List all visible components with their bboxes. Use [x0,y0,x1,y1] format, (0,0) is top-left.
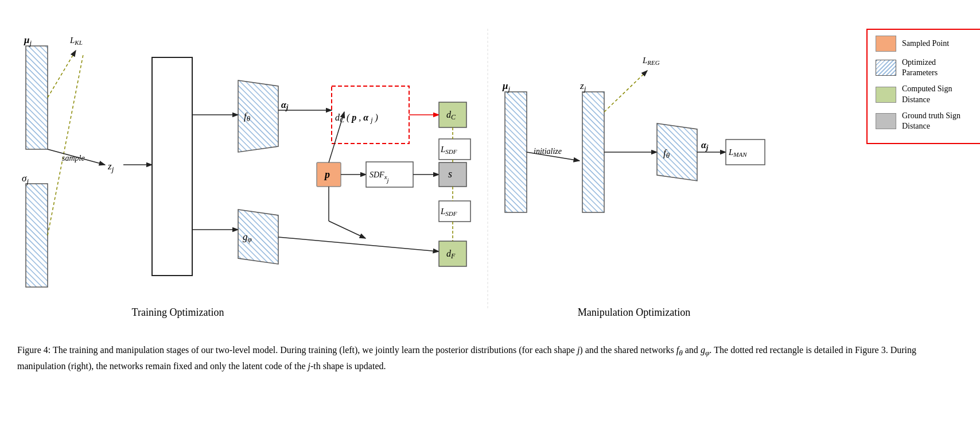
mu-right-block [505,92,527,212]
caption-gphi: gφ [701,345,709,355]
main-container: μj σj LKL sample zj [0,0,980,385]
alphaj-right-label: αj [701,140,709,152]
lreg-label: LREG [642,56,660,66]
zj-right-block [582,92,604,212]
legend-label-sampled: Sampled Point [902,38,949,49]
caption-j2: j [308,361,310,371]
sigma-block [26,184,48,287]
diagram-svg: μj σj LKL sample zj [17,11,866,333]
figure-label: Figure 4: [17,345,50,355]
caption-area: Figure 4: The training and manipulation … [17,343,958,374]
lkl-label: LKL [69,36,83,46]
training-label: Training Optimization [132,307,224,318]
zj-label: zj [107,161,114,173]
arrow-gphi-df [278,237,439,251]
diagram-area: μj σj LKL sample zj [17,11,963,333]
legend-label-optimized: Optimized Parameters [902,57,972,78]
s-label: s [448,168,452,180]
legend-item-computed: Computed Sign Distance [876,84,972,104]
legend-item-optimized: Optimized Parameters [876,57,972,78]
manipulation-label: Manipulation Optimization [578,307,690,318]
caption-ftheta: fθ [676,345,683,355]
legend-box: Sampled Point Optimized Parameters Compu… [866,29,980,144]
zj-right-label: zj [580,80,586,93]
p-label: p [324,169,330,180]
arrow-p-gphi [329,221,365,238]
mu-block [26,46,48,149]
mu-right-label: μj [502,80,510,93]
caption-j1: j [577,345,580,355]
s-box [439,162,466,187]
decoder-box [152,57,192,276]
sigma-label: σj [22,173,29,185]
legend-swatch-orange [876,36,896,52]
legend-item-sampled: Sampled Point [876,36,972,52]
lkl-arrow2 [48,55,83,235]
legend-item-ground-truth: Ground truth Sign Distance [876,111,972,131]
alphaj-label-1: αj [281,100,289,111]
legend-label-computed: Computed Sign Distance [902,84,972,104]
legend-label-ground-truth: Ground truth Sign Distance [902,111,972,131]
lreg-arrow [604,71,647,112]
mu-label: μj [24,34,32,47]
lkl-arrow1 [48,51,76,98]
legend-swatch-hatched [876,60,896,76]
legend-swatch-gray [876,113,896,129]
legend-swatch-green [876,87,896,103]
